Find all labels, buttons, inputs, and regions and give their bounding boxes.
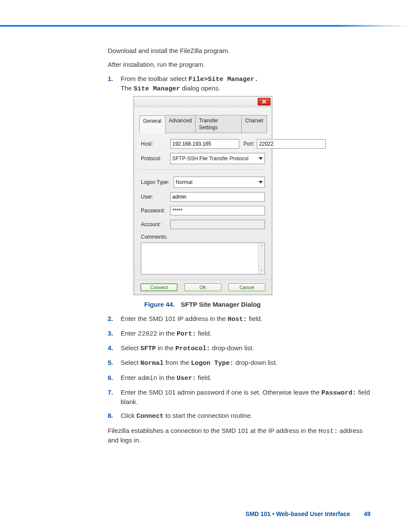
comments-label: Comments: — [141, 233, 265, 240]
chevron-down-icon — [258, 181, 263, 184]
host-label: Host: — [141, 140, 170, 147]
account-input — [170, 220, 265, 229]
step-text: Enter — [121, 330, 138, 337]
figure-caption: Figure 44.SFTP Site Manager Dialog — [134, 300, 271, 309]
code: Password: — [321, 389, 356, 397]
cancel-button[interactable]: Cancel — [228, 283, 265, 292]
step-5: 5. Select Normal from the Logon Type: dr… — [108, 358, 371, 368]
dialog-titlebar — [134, 96, 272, 107]
tab-charset[interactable]: Charset — [241, 115, 267, 133]
tab-advanced[interactable]: Advanced — [165, 115, 196, 133]
dialog-tabs: General Advanced Transfer Settings Chars… — [139, 115, 267, 133]
step-2: 2. Enter the SMD 101 IP address in the H… — [108, 314, 371, 324]
protocol-value: SFTP-SSH File Transfer Protocol — [172, 155, 249, 162]
dialog-form: Host: Port: Protocol: SFTP-SSH File Tran… — [139, 133, 267, 276]
bold: Site Manager — [134, 85, 180, 93]
code: Protocol: — [175, 345, 210, 352]
code: Host: — [227, 316, 247, 323]
outro: Filezilla establishes a connection to th… — [108, 426, 371, 445]
step-text: The — [121, 84, 134, 92]
protocol-select[interactable]: SFTP-SSH File Transfer Protocol — [170, 153, 265, 164]
code: SFTP — [140, 345, 156, 352]
password-input[interactable] — [170, 206, 265, 215]
code: Normal — [140, 360, 164, 367]
step-text: Select — [121, 359, 140, 366]
step-text: to start the connection routine. — [164, 412, 252, 419]
scroll-up-icon: ▴ — [258, 243, 265, 249]
dialog-figure: General Advanced Transfer Settings Chars… — [134, 96, 371, 295]
figure-number: Figure 44. — [144, 301, 175, 308]
code: User: — [177, 375, 196, 382]
dialog-body: General Advanced Transfer Settings Chars… — [134, 107, 272, 280]
step-text: field. — [196, 374, 212, 381]
header-rule-fade — [337, 25, 411, 27]
step-4: 4. Select SFTP in the Protocol: drop-dow… — [108, 344, 371, 353]
logon-type-select[interactable]: Normal — [174, 177, 265, 188]
logon-type-value: Normal — [176, 179, 193, 186]
row-protocol: Protocol: SFTP-SSH File Transfer Protoco… — [141, 153, 265, 164]
mono: admin — [138, 375, 157, 382]
protocol-label: Protocol: — [141, 155, 170, 162]
scrollbar[interactable]: ▴ ▾ — [258, 243, 265, 274]
step-number: 5. — [108, 358, 113, 367]
tab-transfer-settings[interactable]: Transfer Settings — [195, 115, 242, 133]
row-logon-type: Logon Type: Normal — [141, 177, 265, 188]
step-6: 6. Enter admin in the User: field. — [108, 373, 371, 383]
host-input[interactable] — [170, 139, 239, 149]
page: Download and install the FileZilla progr… — [0, 0, 411, 532]
step-text: Enter the SMD 101 admin password if one … — [121, 389, 321, 396]
row-host: Host: Port: — [141, 139, 265, 149]
step-1: 1. From the toolbar select File>Site Man… — [108, 75, 371, 309]
step-text: Enter the SMD 101 IP address in the — [121, 315, 227, 322]
logon-type-label: Logon Type: — [141, 179, 174, 186]
page-footer: SMD 101 • Web-based User Interface 49 — [108, 510, 371, 518]
code: Logon Type: — [191, 360, 234, 367]
user-input[interactable] — [170, 192, 265, 202]
password-label: Password: — [141, 207, 170, 214]
scroll-down-icon: ▾ — [258, 268, 265, 274]
intro-p2: After installation, run the program. — [108, 60, 371, 69]
chevron-down-icon — [258, 157, 263, 160]
port-input[interactable] — [257, 139, 326, 149]
code: Connect — [137, 413, 164, 420]
site-manager-dialog: General Advanced Transfer Settings Chars… — [134, 96, 272, 295]
dialog-footer: Connect OK Cancel — [134, 280, 272, 295]
step-number: 1. — [108, 75, 113, 83]
step-number: 3. — [108, 329, 113, 338]
step-text: drop-down list. — [234, 359, 277, 366]
step-text: in the — [156, 344, 175, 352]
mono: 22022 — [138, 330, 157, 338]
close-button[interactable] — [258, 98, 271, 106]
step-text: From the toolbar select — [121, 75, 189, 82]
step-7: 7. Enter the SMD 101 admin password if o… — [108, 388, 371, 407]
tab-general[interactable]: General — [139, 115, 165, 133]
account-label: Account: — [141, 221, 170, 228]
row-user: User: — [141, 192, 265, 202]
divider — [139, 169, 267, 170]
content-column: Download and install the FileZilla progr… — [108, 47, 371, 450]
step-text: field. — [196, 330, 212, 337]
code: File>Site Manager. — [189, 76, 258, 83]
port-label: Port: — [243, 140, 254, 147]
ok-button[interactable]: OK — [184, 283, 221, 292]
code: Port: — [177, 330, 196, 338]
step-text: in the — [157, 374, 177, 381]
step-text: drop-down list. — [210, 344, 254, 352]
footer-section: SMD 101 • Web-based User Interface — [246, 510, 350, 517]
step-number: 6. — [108, 373, 113, 382]
mono: Host: — [318, 428, 338, 435]
user-label: User: — [141, 193, 170, 200]
row-password: Password: — [141, 206, 265, 215]
row-account: Account: — [141, 220, 265, 229]
step-text: field. — [247, 315, 262, 322]
steps-list: 1. From the toolbar select File>Site Man… — [108, 75, 371, 421]
comments-textarea[interactable]: ▴ ▾ — [141, 243, 265, 274]
step-text: Enter — [121, 374, 138, 381]
close-icon — [262, 100, 266, 104]
footer-page-number: 49 — [364, 510, 371, 517]
step-text: dialog opens. — [180, 84, 220, 92]
intro-p1: Download and install the FileZilla progr… — [108, 47, 371, 55]
step-text: Select — [121, 344, 140, 352]
connect-button[interactable]: Connect — [140, 283, 177, 292]
step-number: 8. — [108, 411, 113, 420]
